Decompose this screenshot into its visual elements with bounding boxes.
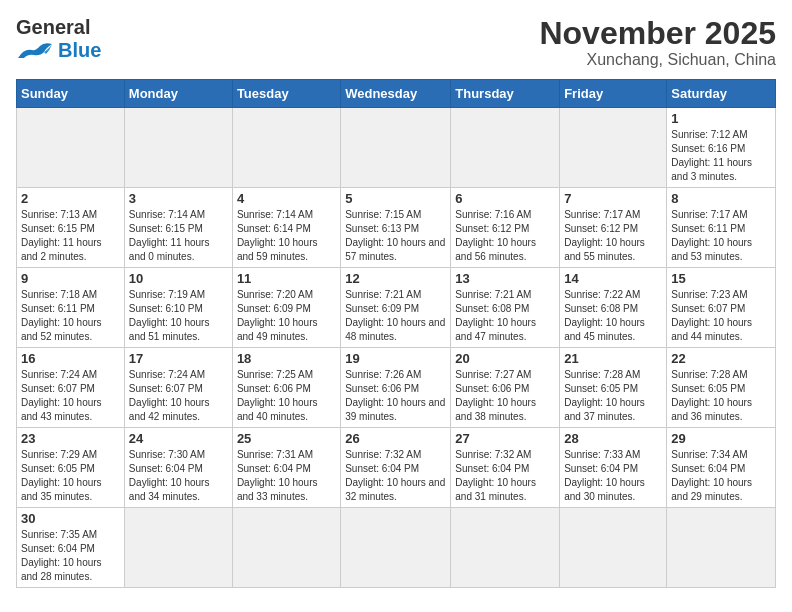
day-info: Sunrise: 7:28 AM Sunset: 6:05 PM Dayligh… xyxy=(564,368,662,424)
day-number: 21 xyxy=(564,351,662,366)
calendar-day-cell: 12Sunrise: 7:21 AM Sunset: 6:09 PM Dayli… xyxy=(341,268,451,348)
day-number: 11 xyxy=(237,271,336,286)
day-info: Sunrise: 7:35 AM Sunset: 6:04 PM Dayligh… xyxy=(21,528,120,584)
day-number: 29 xyxy=(671,431,771,446)
calendar-day-cell: 20Sunrise: 7:27 AM Sunset: 6:06 PM Dayli… xyxy=(451,348,560,428)
day-number: 12 xyxy=(345,271,446,286)
calendar-day-cell: 21Sunrise: 7:28 AM Sunset: 6:05 PM Dayli… xyxy=(560,348,667,428)
day-info: Sunrise: 7:27 AM Sunset: 6:06 PM Dayligh… xyxy=(455,368,555,424)
day-number: 26 xyxy=(345,431,446,446)
day-info: Sunrise: 7:28 AM Sunset: 6:05 PM Dayligh… xyxy=(671,368,771,424)
day-info: Sunrise: 7:20 AM Sunset: 6:09 PM Dayligh… xyxy=(237,288,336,344)
calendar-day-cell: 30Sunrise: 7:35 AM Sunset: 6:04 PM Dayli… xyxy=(17,508,125,588)
calendar-day-cell xyxy=(232,508,340,588)
weekday-header-tuesday: Tuesday xyxy=(232,80,340,108)
day-info: Sunrise: 7:33 AM Sunset: 6:04 PM Dayligh… xyxy=(564,448,662,504)
calendar-week-row: 23Sunrise: 7:29 AM Sunset: 6:05 PM Dayli… xyxy=(17,428,776,508)
calendar-day-cell xyxy=(17,108,125,188)
day-number: 25 xyxy=(237,431,336,446)
logo-general-text: General xyxy=(16,16,90,39)
day-number: 20 xyxy=(455,351,555,366)
weekday-header-thursday: Thursday xyxy=(451,80,560,108)
calendar-day-cell: 25Sunrise: 7:31 AM Sunset: 6:04 PM Dayli… xyxy=(232,428,340,508)
day-number: 13 xyxy=(455,271,555,286)
day-number: 6 xyxy=(455,191,555,206)
calendar-day-cell: 9Sunrise: 7:18 AM Sunset: 6:11 PM Daylig… xyxy=(17,268,125,348)
calendar-week-row: 2Sunrise: 7:13 AM Sunset: 6:15 PM Daylig… xyxy=(17,188,776,268)
calendar-day-cell: 29Sunrise: 7:34 AM Sunset: 6:04 PM Dayli… xyxy=(667,428,776,508)
calendar-day-cell xyxy=(560,108,667,188)
calendar-day-cell: 5Sunrise: 7:15 AM Sunset: 6:13 PM Daylig… xyxy=(341,188,451,268)
day-number: 9 xyxy=(21,271,120,286)
day-number: 28 xyxy=(564,431,662,446)
day-number: 27 xyxy=(455,431,555,446)
day-number: 24 xyxy=(129,431,228,446)
day-info: Sunrise: 7:12 AM Sunset: 6:16 PM Dayligh… xyxy=(671,128,771,184)
day-info: Sunrise: 7:30 AM Sunset: 6:04 PM Dayligh… xyxy=(129,448,228,504)
day-info: Sunrise: 7:15 AM Sunset: 6:13 PM Dayligh… xyxy=(345,208,446,264)
weekday-header-wednesday: Wednesday xyxy=(341,80,451,108)
calendar-day-cell xyxy=(124,508,232,588)
calendar-day-cell: 24Sunrise: 7:30 AM Sunset: 6:04 PM Dayli… xyxy=(124,428,232,508)
day-number: 10 xyxy=(129,271,228,286)
calendar-day-cell: 17Sunrise: 7:24 AM Sunset: 6:07 PM Dayli… xyxy=(124,348,232,428)
header: General Blue November 2025 Xunchang, Sic… xyxy=(16,16,776,69)
day-info: Sunrise: 7:17 AM Sunset: 6:12 PM Dayligh… xyxy=(564,208,662,264)
day-number: 4 xyxy=(237,191,336,206)
weekday-header-saturday: Saturday xyxy=(667,80,776,108)
calendar-day-cell xyxy=(560,508,667,588)
day-number: 8 xyxy=(671,191,771,206)
weekday-header-friday: Friday xyxy=(560,80,667,108)
calendar-day-cell: 26Sunrise: 7:32 AM Sunset: 6:04 PM Dayli… xyxy=(341,428,451,508)
day-number: 23 xyxy=(21,431,120,446)
calendar-week-row: 9Sunrise: 7:18 AM Sunset: 6:11 PM Daylig… xyxy=(17,268,776,348)
month-title: November 2025 xyxy=(539,16,776,51)
calendar-day-cell xyxy=(451,508,560,588)
day-info: Sunrise: 7:32 AM Sunset: 6:04 PM Dayligh… xyxy=(455,448,555,504)
day-info: Sunrise: 7:32 AM Sunset: 6:04 PM Dayligh… xyxy=(345,448,446,504)
day-number: 5 xyxy=(345,191,446,206)
day-info: Sunrise: 7:13 AM Sunset: 6:15 PM Dayligh… xyxy=(21,208,120,264)
weekday-header-row: SundayMondayTuesdayWednesdayThursdayFrid… xyxy=(17,80,776,108)
day-info: Sunrise: 7:22 AM Sunset: 6:08 PM Dayligh… xyxy=(564,288,662,344)
day-number: 1 xyxy=(671,111,771,126)
day-info: Sunrise: 7:21 AM Sunset: 6:09 PM Dayligh… xyxy=(345,288,446,344)
calendar-day-cell xyxy=(451,108,560,188)
calendar-day-cell: 7Sunrise: 7:17 AM Sunset: 6:12 PM Daylig… xyxy=(560,188,667,268)
calendar-day-cell: 11Sunrise: 7:20 AM Sunset: 6:09 PM Dayli… xyxy=(232,268,340,348)
day-number: 17 xyxy=(129,351,228,366)
day-number: 15 xyxy=(671,271,771,286)
calendar-day-cell: 28Sunrise: 7:33 AM Sunset: 6:04 PM Dayli… xyxy=(560,428,667,508)
day-info: Sunrise: 7:24 AM Sunset: 6:07 PM Dayligh… xyxy=(129,368,228,424)
day-info: Sunrise: 7:29 AM Sunset: 6:05 PM Dayligh… xyxy=(21,448,120,504)
calendar-day-cell: 16Sunrise: 7:24 AM Sunset: 6:07 PM Dayli… xyxy=(17,348,125,428)
calendar-day-cell: 27Sunrise: 7:32 AM Sunset: 6:04 PM Dayli… xyxy=(451,428,560,508)
calendar-day-cell xyxy=(667,508,776,588)
calendar-day-cell: 10Sunrise: 7:19 AM Sunset: 6:10 PM Dayli… xyxy=(124,268,232,348)
logo-bird-icon xyxy=(16,40,56,62)
day-info: Sunrise: 7:24 AM Sunset: 6:07 PM Dayligh… xyxy=(21,368,120,424)
day-number: 7 xyxy=(564,191,662,206)
day-info: Sunrise: 7:21 AM Sunset: 6:08 PM Dayligh… xyxy=(455,288,555,344)
day-info: Sunrise: 7:16 AM Sunset: 6:12 PM Dayligh… xyxy=(455,208,555,264)
calendar-day-cell xyxy=(341,108,451,188)
title-area: November 2025 Xunchang, Sichuan, China xyxy=(539,16,776,69)
logo: General Blue xyxy=(16,16,101,62)
day-info: Sunrise: 7:26 AM Sunset: 6:06 PM Dayligh… xyxy=(345,368,446,424)
calendar-week-row: 1Sunrise: 7:12 AM Sunset: 6:16 PM Daylig… xyxy=(17,108,776,188)
calendar-day-cell xyxy=(341,508,451,588)
day-number: 3 xyxy=(129,191,228,206)
weekday-header-sunday: Sunday xyxy=(17,80,125,108)
weekday-header-monday: Monday xyxy=(124,80,232,108)
calendar-day-cell: 2Sunrise: 7:13 AM Sunset: 6:15 PM Daylig… xyxy=(17,188,125,268)
calendar-day-cell: 4Sunrise: 7:14 AM Sunset: 6:14 PM Daylig… xyxy=(232,188,340,268)
calendar-day-cell: 22Sunrise: 7:28 AM Sunset: 6:05 PM Dayli… xyxy=(667,348,776,428)
calendar-day-cell xyxy=(232,108,340,188)
day-number: 30 xyxy=(21,511,120,526)
calendar-day-cell: 6Sunrise: 7:16 AM Sunset: 6:12 PM Daylig… xyxy=(451,188,560,268)
calendar-day-cell: 15Sunrise: 7:23 AM Sunset: 6:07 PM Dayli… xyxy=(667,268,776,348)
day-info: Sunrise: 7:18 AM Sunset: 6:11 PM Dayligh… xyxy=(21,288,120,344)
day-number: 22 xyxy=(671,351,771,366)
calendar-day-cell: 8Sunrise: 7:17 AM Sunset: 6:11 PM Daylig… xyxy=(667,188,776,268)
calendar-day-cell: 23Sunrise: 7:29 AM Sunset: 6:05 PM Dayli… xyxy=(17,428,125,508)
